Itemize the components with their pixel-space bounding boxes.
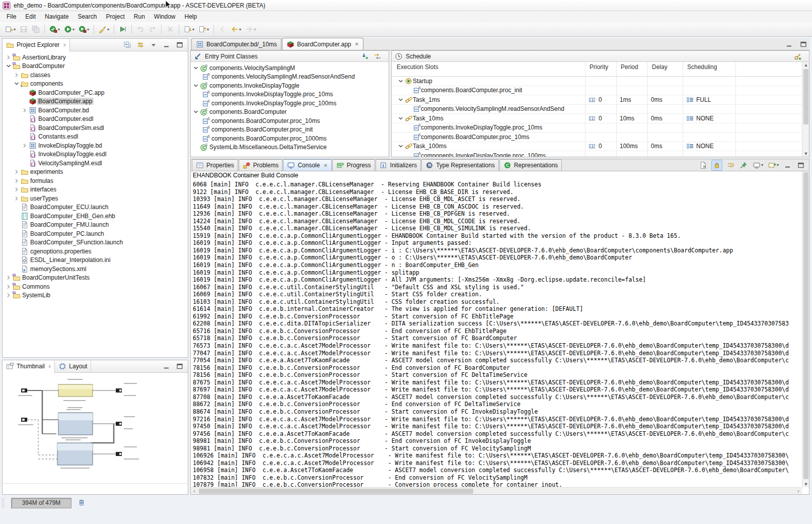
chevron-down-icon[interactable] bbox=[397, 142, 405, 150]
thumbnail-diagram[interactable] bbox=[3, 373, 187, 484]
schedule-row-components-invokedisplaytoggle-proc-100ms[interactable]: Scomponents.InvokeDisplayToggle.proc_100… bbox=[392, 151, 809, 157]
memory-gauge[interactable]: 394M of 479M bbox=[11, 498, 71, 508]
schedule-row-components-invokedisplaytoggle-proc-10ms[interactable]: Scomponents.InvokeDisplayToggle.proc_10m… bbox=[392, 123, 809, 133]
chevron-down-icon[interactable] bbox=[192, 82, 200, 90]
execution-slot-cell[interactable]: Task_10ms bbox=[392, 114, 585, 123]
tab-progress[interactable]: Progress bbox=[332, 159, 375, 171]
priority-cell[interactable]: 10 bbox=[585, 95, 616, 104]
chevron-right-icon[interactable] bbox=[13, 177, 21, 185]
explorer-item-invokedisplaytoggle-bd[interactable]: InvokeDisplayToggle.bd bbox=[3, 141, 188, 150]
period-cell[interactable] bbox=[616, 105, 647, 114]
period-cell[interactable] bbox=[616, 86, 647, 95]
minimize-button[interactable] bbox=[784, 39, 794, 49]
period-cell[interactable]: 10ms bbox=[616, 114, 647, 123]
explorer-item-components[interactable]: icomponents bbox=[3, 80, 188, 89]
chevron-down-icon[interactable] bbox=[5, 62, 13, 70]
period-cell[interactable] bbox=[616, 133, 647, 142]
entry-point-item[interactable]: Scomponents.BoardComputer.proc_1000ms bbox=[191, 134, 389, 143]
schedule-column-priority[interactable]: Priority bbox=[585, 62, 616, 76]
delay-cell[interactable] bbox=[647, 151, 683, 157]
editor-tab-boardcomputer-app[interactable]: BoardComputer.app✕ bbox=[282, 38, 363, 50]
chevron-right-icon[interactable] bbox=[5, 274, 13, 282]
display-console-button[interactable]: ▾ bbox=[752, 160, 764, 170]
editor-tab-boardcomputer-bd-10ms[interactable]: BoardComputer.bd/_10ms bbox=[191, 38, 281, 50]
add-task-button[interactable] bbox=[793, 51, 803, 61]
chevron-right-icon[interactable] bbox=[13, 168, 21, 176]
menu-run[interactable]: Run bbox=[129, 12, 150, 22]
execution-slot-cell[interactable]: Scomponents.VelocitySamplingM.readSensor… bbox=[392, 105, 585, 114]
scroll-up-icon[interactable]: ▲ bbox=[802, 62, 809, 68]
execution-slot-cell[interactable]: Startup bbox=[392, 77, 585, 86]
redo-button[interactable] bbox=[147, 24, 158, 35]
period-cell[interactable]: 100ms bbox=[616, 142, 647, 151]
chevron-down-icon[interactable] bbox=[397, 96, 405, 104]
period-cell[interactable] bbox=[616, 77, 647, 86]
minimize-button[interactable] bbox=[162, 361, 172, 371]
tab-problems[interactable]: Problems bbox=[239, 159, 283, 171]
priority-cell[interactable] bbox=[585, 151, 616, 157]
explorer-item-boardcomputersim-esdl[interactable]: {}BoardComputerSim.esdl bbox=[3, 123, 188, 133]
schedule-column-scheduling[interactable]: Scheduling bbox=[683, 62, 735, 76]
chevron-right-icon[interactable] bbox=[13, 71, 21, 79]
generate-code-button[interactable]: ▾ bbox=[48, 24, 61, 35]
tab-project-explorer[interactable]: Project Explorer ☓ bbox=[3, 39, 70, 51]
next-annotation-button[interactable]: ▾ bbox=[182, 24, 196, 35]
minimize-button[interactable] bbox=[162, 40, 172, 50]
period-cell[interactable]: 1ms bbox=[616, 95, 647, 104]
period-cell[interactable] bbox=[616, 151, 647, 157]
delete-button[interactable] bbox=[165, 24, 176, 35]
explorer-item-boardcomputer-pc-launch[interactable]: BoardComputer_PC.launch bbox=[3, 229, 188, 238]
explorer-item-classes[interactable]: classes bbox=[3, 71, 188, 80]
garbage-collect-button[interactable] bbox=[78, 498, 87, 507]
schedule-column-period[interactable]: Period bbox=[616, 62, 647, 76]
scroll-down-icon[interactable]: ▼ bbox=[802, 151, 809, 157]
schedule-row-components-velocitysamplingm-readsensorandsend[interactable]: Scomponents.VelocitySamplingM.readSensor… bbox=[392, 105, 809, 114]
scheduling-cell[interactable] bbox=[683, 133, 735, 142]
configure-entry-points-button[interactable] bbox=[373, 51, 383, 61]
schedule-row-components-boardcomputer-proc-10ms[interactable]: Scomponents.BoardComputer.proc_10ms bbox=[392, 133, 809, 142]
priority-cell[interactable] bbox=[585, 86, 616, 95]
explorer-item-boardcomputer-app[interactable]: BoardComputer.app bbox=[3, 97, 188, 106]
maximize-button[interactable] bbox=[175, 361, 185, 371]
explorer-item-interfaces[interactable]: interfaces bbox=[3, 185, 188, 194]
menu-window[interactable]: Window bbox=[150, 12, 180, 22]
explorer-item-boardcomputer-bd[interactable]: BoardComputer.bd bbox=[3, 106, 188, 115]
delay-cell[interactable] bbox=[647, 133, 683, 142]
explorer-item-boardcomputer[interactable]: BoardComputer bbox=[3, 62, 188, 71]
run-experiment-button[interactable]: ▾ bbox=[77, 24, 91, 35]
priority-cell[interactable]: 10 bbox=[585, 142, 616, 151]
period-cell[interactable] bbox=[616, 123, 647, 133]
chevron-down-icon[interactable] bbox=[13, 80, 21, 88]
menu-navigate[interactable]: Navigate bbox=[40, 12, 73, 22]
dropdown-arrow-icon[interactable]: ▾ bbox=[107, 27, 109, 32]
word-wrap-button[interactable] bbox=[725, 160, 735, 170]
explorer-item-boardcomputerunittests[interactable]: BoardComputerUnitTests bbox=[3, 274, 188, 283]
dropdown-arrow-icon[interactable]: ▾ bbox=[72, 27, 75, 32]
dropdown-arrow-icon[interactable]: ▾ bbox=[192, 27, 194, 32]
priority-cell[interactable] bbox=[585, 105, 616, 114]
chevron-down-icon[interactable] bbox=[192, 108, 200, 116]
tab-thumbnail[interactable]: Thumbnail ☓ bbox=[3, 360, 55, 373]
schedule-row-components-boardcomputer-proc-init[interactable]: Scomponents.BoardComputer.proc_init bbox=[392, 86, 809, 96]
priority-cell[interactable] bbox=[585, 133, 616, 142]
pin-console-button[interactable] bbox=[739, 160, 749, 170]
explorer-item-boardcomputer-pc-app[interactable]: BoardComputer_PC.app bbox=[3, 88, 188, 97]
scheduling-cell[interactable]: FULL bbox=[683, 95, 735, 104]
link-with-editor-button[interactable] bbox=[135, 40, 145, 50]
explorer-item-boardcomputer-sfunction-launch[interactable]: BoardComputer_SFunction.launch bbox=[3, 238, 188, 247]
chevron-right-icon[interactable] bbox=[21, 142, 29, 150]
execution-slot-cell[interactable]: Scomponents.InvokeDisplayToggle.proc_100… bbox=[392, 151, 585, 157]
entry-point-item[interactable]: Scomponents.BoardComputer.proc_10ms bbox=[191, 116, 389, 125]
explorer-item-boardcomputer-ehb-gen-ehb[interactable]: BoardComputer_EHB_Gen.ehb bbox=[3, 212, 188, 221]
maximize-button[interactable] bbox=[798, 39, 808, 49]
save-all-button[interactable] bbox=[30, 24, 41, 35]
explorer-item-experiments[interactable]: experiments bbox=[3, 168, 188, 177]
entry-point-item[interactable]: Scomponents.InvokeDisplayToggle.proc_100… bbox=[191, 99, 389, 108]
entry-point-item[interactable]: CScomponents.InvokeDisplayToggle bbox=[191, 81, 389, 90]
delay-cell[interactable] bbox=[647, 105, 683, 114]
execution-slot-cell[interactable]: Scomponents.InvokeDisplayToggle.proc_10m… bbox=[392, 123, 585, 133]
delay-cell[interactable] bbox=[647, 77, 683, 86]
close-icon[interactable]: ✕ bbox=[355, 41, 359, 47]
open-console-button[interactable]: ▾ bbox=[767, 160, 780, 170]
execution-slot-cell[interactable]: Scomponents.BoardComputer.proc_10ms bbox=[392, 133, 585, 142]
